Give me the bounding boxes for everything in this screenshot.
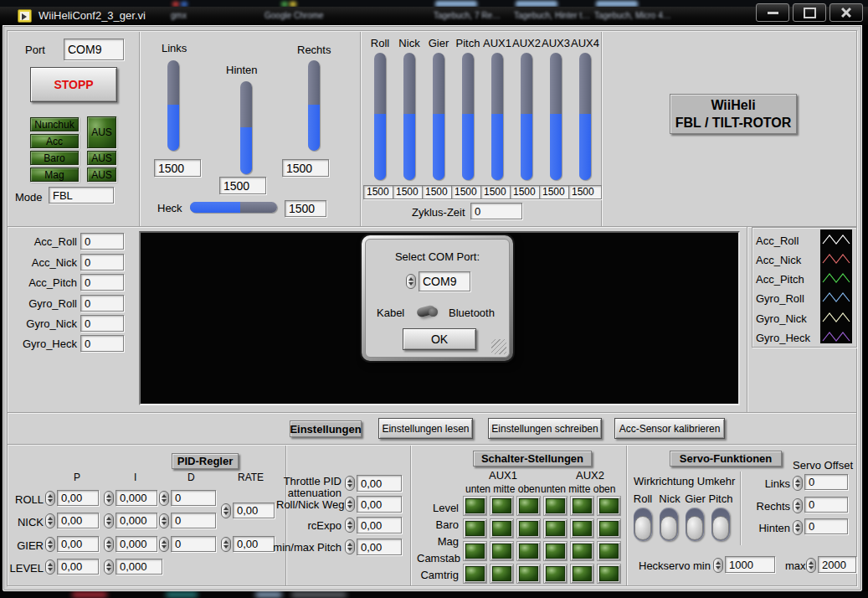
pid-gier-i-spinner[interactable] (104, 537, 114, 552)
minmax-pitch-field[interactable]: 0,00 (357, 539, 402, 555)
legend-acc-pitch[interactable]: Acc_Pitch (756, 273, 804, 286)
pid-gier-p-spinner[interactable] (45, 537, 55, 552)
aus-toggle-2[interactable]: AUS (87, 151, 116, 165)
servo-offset-label: Servo Offset (793, 459, 853, 472)
offset-hinten-spinner[interactable] (793, 520, 803, 535)
minmax-pitch-spinner[interactable] (345, 539, 355, 554)
switch-led[interactable] (463, 564, 487, 584)
divider (8, 226, 856, 228)
switch-led[interactable] (463, 496, 487, 516)
pid-rate2[interactable]: 0,00 (233, 536, 275, 552)
stop-button[interactable]: STOPP (30, 67, 117, 102)
pid-gier-i[interactable]: 0,000 (116, 536, 157, 552)
reverse-roll-toggle[interactable] (634, 508, 652, 541)
reverse-pitch-toggle[interactable] (711, 508, 730, 541)
switch-led[interactable] (516, 564, 541, 584)
maximize-button[interactable] (793, 3, 826, 22)
port-field[interactable]: COM9 (64, 39, 124, 60)
aus-toggle-1[interactable]: AUS (87, 116, 116, 148)
switch-led[interactable] (490, 496, 514, 516)
legend-gyro-nick[interactable]: Gyro_Nick (756, 312, 807, 325)
pid-gier-d[interactable]: 0 (171, 536, 216, 552)
minimize-button[interactable] (756, 3, 789, 22)
switch-led[interactable] (597, 496, 621, 516)
reverse-gier-toggle[interactable] (686, 508, 704, 541)
switch-led[interactable] (543, 518, 568, 539)
pid-gier-d-spinner[interactable] (159, 537, 169, 552)
calibrate-acc-button[interactable]: Acc-Sensor kalibrieren (614, 418, 725, 439)
mode-field[interactable]: FBL (49, 187, 114, 204)
heckservo-max-field[interactable]: 2000 (818, 556, 856, 573)
offset-rechts-field[interactable]: 0 (804, 497, 848, 513)
read-settings-button[interactable]: Einstellungen lesen (378, 418, 473, 439)
switch-led[interactable] (543, 496, 568, 516)
reverse-nick-toggle[interactable] (660, 508, 678, 541)
pid-nick-d[interactable]: 0 (171, 513, 216, 528)
legend-gyro-heck[interactable]: Gyro_Heck (756, 332, 810, 344)
rcexpo-spinner[interactable] (345, 518, 355, 533)
heckservo-max-spinner[interactable] (806, 558, 816, 573)
switch-led[interactable] (490, 541, 514, 561)
pid-level-p[interactable]: 0,00 (57, 559, 99, 575)
pid-roll-i-spinner[interactable] (104, 491, 114, 506)
resize-grip[interactable] (491, 339, 506, 354)
com-port-spinner[interactable] (406, 274, 416, 289)
legend-acc-nick[interactable]: Acc_Nick (756, 254, 801, 266)
switch-led[interactable] (570, 564, 594, 584)
switch-led[interactable] (516, 541, 541, 561)
pid-gier-p[interactable]: 0,00 (57, 536, 99, 552)
switch-led[interactable] (463, 518, 487, 539)
throttle-pid-spinner[interactable] (345, 476, 355, 491)
offset-rechts-spinner[interactable] (793, 498, 803, 513)
pid-nick-i[interactable]: 0,000 (116, 513, 157, 528)
throttle-pid-field[interactable]: 0,00 (357, 475, 402, 492)
switch-led[interactable] (597, 541, 621, 561)
aus-toggle-3[interactable]: AUS (87, 168, 116, 182)
offset-links-field[interactable]: 0 (804, 474, 848, 490)
heckservo-min-field[interactable]: 1000 (725, 556, 775, 573)
rollnick-weg-field[interactable]: 0,00 (357, 496, 402, 513)
switch-led[interactable] (597, 564, 621, 584)
switch-led[interactable] (570, 541, 594, 561)
switch-led[interactable] (490, 518, 514, 539)
rcexpo-field[interactable]: 0,00 (357, 517, 402, 534)
pid-rate2-spinner[interactable] (221, 537, 231, 552)
pid-level-p-spinner[interactable] (45, 559, 55, 575)
pid-roll-i[interactable]: 0,000 (116, 490, 157, 506)
pid-rate1[interactable]: 0,00 (233, 503, 275, 518)
pid-roll-d-spinner[interactable] (159, 491, 169, 506)
com-port-field[interactable]: COM9 (419, 271, 470, 291)
legend-gyro-roll[interactable]: Gyro_Roll (756, 292, 804, 305)
switch-led[interactable] (543, 541, 568, 561)
pid-level-i[interactable]: 0,000 (116, 559, 162, 575)
heck-slider-label: Heck (157, 202, 182, 214)
pid-nick-p-spinner[interactable] (45, 513, 55, 528)
kabel-bluetooth-toggle[interactable] (416, 302, 438, 319)
pid-nick-i-spinner[interactable] (104, 513, 114, 528)
switch-led[interactable] (570, 496, 594, 516)
pid-roll-p[interactable]: 0,00 (57, 490, 99, 506)
offset-hinten-field[interactable]: 0 (804, 518, 848, 534)
switch-led[interactable] (516, 518, 541, 539)
heckservo-min-spinner[interactable] (713, 558, 723, 573)
heckservo-max-label: max (785, 559, 806, 572)
switch-led[interactable] (543, 564, 568, 584)
switch-led[interactable] (463, 541, 487, 561)
switch-led[interactable] (490, 564, 514, 584)
pid-roll-d[interactable]: 0 (171, 490, 216, 506)
offset-links-spinner[interactable] (793, 476, 803, 491)
pid-roll-p-spinner[interactable] (45, 491, 55, 506)
ok-button[interactable]: OK (403, 328, 476, 350)
legend-acc-roll[interactable]: Acc_Roll (756, 235, 799, 247)
title-bar[interactable]: WiiHeliConf2_3_ger.vi gmx Google Chrome … (0, 7, 868, 25)
pid-nick-p[interactable]: 0,00 (57, 513, 99, 528)
pid-nick-d-spinner[interactable] (159, 513, 169, 528)
write-settings-button[interactable]: Einstellungen schreiben (488, 418, 602, 439)
switch-led[interactable] (570, 518, 594, 539)
close-button[interactable] (829, 3, 863, 22)
rollnick-weg-spinner[interactable] (345, 497, 355, 512)
pid-rate1-spinner[interactable] (221, 503, 231, 518)
switch-led[interactable] (597, 518, 621, 539)
switch-led[interactable] (516, 496, 541, 516)
pid-level-i-spinner[interactable] (104, 559, 114, 575)
